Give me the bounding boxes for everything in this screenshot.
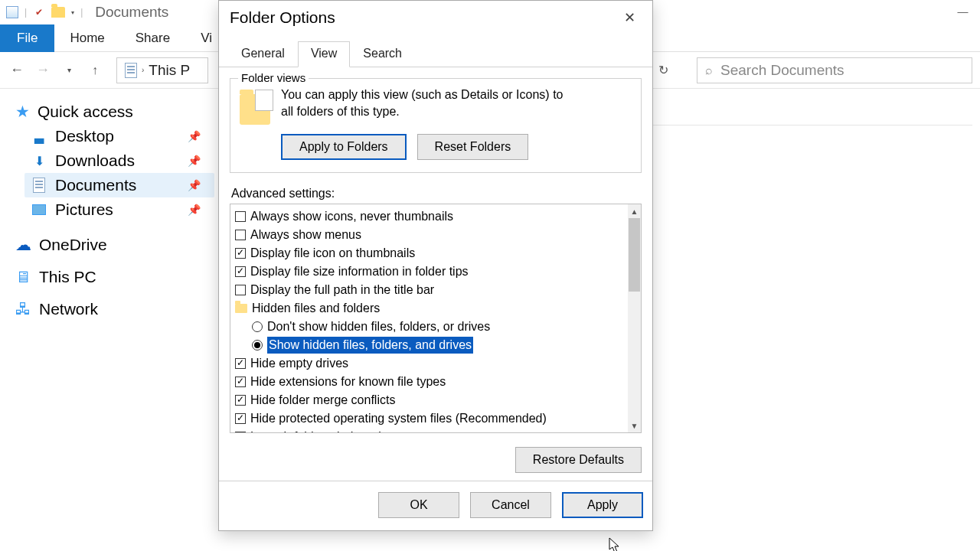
option-hidden-group: Hidden files and folders (232, 299, 641, 318)
option-always-icons[interactable]: Always show icons, never thumbnails (232, 207, 641, 226)
radio-icon[interactable] (252, 340, 263, 350)
close-button[interactable]: ✕ (618, 6, 642, 29)
option-hidden-show[interactable]: Show hidden files, folders, and drives (232, 336, 641, 354)
advanced-settings-list[interactable]: Always show icons, never thumbnails Alwa… (230, 204, 642, 433)
breadcrumb-icon (125, 63, 137, 78)
folder-views-description: You can apply this view (such as Details… (281, 86, 564, 119)
qat-dropdown-icon[interactable]: ▾ (71, 9, 74, 16)
scroll-down-icon[interactable]: ▼ (628, 419, 641, 432)
checkbox-icon[interactable] (235, 230, 246, 240)
search-icon: ⌕ (705, 64, 713, 77)
qat-check-icon[interactable]: ✔ (33, 6, 45, 18)
dialog-title: Folder Options (230, 8, 335, 27)
group-legend: Folder views (238, 71, 309, 84)
option-file-size-tips[interactable]: Display file size information in folder … (232, 262, 641, 281)
network-icon: 🖧 (15, 300, 31, 318)
radio-icon[interactable] (252, 321, 263, 332)
ribbon-tab-share[interactable]: Share (120, 24, 185, 52)
advanced-settings-label: Advanced settings: (231, 187, 642, 201)
refresh-button[interactable]: ↻ (652, 60, 674, 81)
cloud-icon: ☁ (15, 236, 31, 254)
scroll-up-icon[interactable]: ▲ (628, 204, 641, 218)
option-file-icon-thumb[interactable]: Display file icon on thumbnails (232, 244, 641, 262)
checkbox-icon[interactable] (235, 266, 246, 277)
checkbox-icon[interactable] (235, 377, 246, 387)
option-hide-empty[interactable]: Hide empty drives (232, 354, 641, 373)
dialog-tabs: General View Search (219, 41, 652, 67)
apply-to-folders-button[interactable]: Apply to Folders (281, 134, 407, 160)
apply-button[interactable]: Apply (562, 492, 643, 518)
checkbox-icon[interactable] (235, 358, 246, 369)
pin-icon: 📌 (188, 204, 201, 216)
documents-icon (31, 178, 47, 192)
checkbox-icon[interactable] (235, 285, 246, 295)
folder-thumb-icon (240, 94, 270, 125)
checkbox-icon[interactable] (235, 248, 246, 259)
checkbox-icon[interactable] (235, 395, 246, 406)
sidebar-item-desktop[interactable]: ▃ Desktop 📌 (24, 124, 214, 148)
sidebar: ★ Quick access ▃ Desktop 📌 ⬇ Downloads 📌… (0, 89, 214, 551)
tab-search[interactable]: Search (350, 41, 415, 67)
address-bar[interactable]: › This P (116, 57, 208, 83)
dialog-footer: OK Cancel Apply (219, 481, 652, 530)
sidebar-item-documents[interactable]: Documents 📌 (24, 173, 214, 197)
file-tab[interactable]: File (0, 24, 54, 52)
quick-access-heading[interactable]: ★ Quick access (9, 99, 214, 124)
desktop-icon: ▃ (31, 129, 47, 143)
window-title: Documents (95, 4, 168, 21)
option-hide-merge[interactable]: Hide folder merge conflicts (232, 391, 641, 409)
option-always-menus[interactable]: Always show menus (232, 226, 641, 244)
breadcrumb-text: This P (149, 62, 190, 79)
reset-folders-button[interactable]: Reset Folders (417, 134, 529, 160)
checkbox-icon[interactable] (235, 432, 246, 433)
option-launch-separate[interactable]: Launch folder windows in a separate proc… (232, 428, 641, 433)
tab-general[interactable]: General (228, 41, 298, 67)
folder-views-group: Folder views You can apply this view (su… (230, 78, 642, 173)
option-hide-ext[interactable]: Hide extensions for known file types (232, 373, 641, 391)
pin-icon: 📌 (188, 130, 201, 142)
cancel-button[interactable]: Cancel (470, 492, 551, 518)
pc-icon: 🖥 (15, 268, 31, 286)
sidebar-item-onedrive[interactable]: ☁ OneDrive (9, 233, 214, 257)
ok-button[interactable]: OK (378, 492, 459, 518)
pictures-icon (31, 203, 47, 217)
checkbox-icon[interactable] (235, 413, 246, 424)
dialog-titlebar: Folder Options ✕ (219, 1, 652, 34)
folder-icon (51, 7, 65, 18)
sidebar-item-thispc[interactable]: 🖥 This PC (9, 265, 214, 289)
sidebar-item-downloads[interactable]: ⬇ Downloads 📌 (24, 148, 214, 173)
star-icon: ★ (15, 103, 30, 121)
scroll-thumb[interactable] (629, 218, 640, 292)
folder-icon (235, 304, 247, 313)
up-button[interactable]: ↑ (86, 61, 104, 80)
ribbon-tab-home[interactable]: Home (54, 24, 119, 52)
download-icon: ⬇ (31, 154, 47, 168)
sidebar-item-pictures[interactable]: Pictures 📌 (24, 197, 214, 222)
app-icon (6, 6, 18, 18)
scrollbar[interactable]: ▲ ▼ (628, 204, 641, 432)
search-placeholder: Search Documents (720, 62, 844, 79)
forward-button[interactable]: → (34, 61, 52, 80)
minimize-button[interactable]: — (946, 0, 980, 23)
pin-icon: 📌 (188, 155, 201, 167)
option-hide-protected[interactable]: Hide protected operating system files (R… (232, 409, 641, 428)
back-button[interactable]: ← (8, 61, 26, 80)
option-full-path[interactable]: Display the full path in the title bar (232, 281, 641, 299)
option-hidden-dont-show[interactable]: Don't show hidden files, folders, or dri… (232, 318, 641, 336)
search-box[interactable]: ⌕ Search Documents (697, 57, 972, 83)
checkbox-icon[interactable] (235, 211, 246, 222)
pin-icon: 📌 (188, 179, 201, 191)
restore-defaults-button[interactable]: Restore Defaults (515, 447, 642, 473)
sidebar-item-network[interactable]: 🖧 Network (9, 297, 214, 321)
history-dropdown[interactable]: ▾ (60, 61, 78, 80)
folder-options-dialog: Folder Options ✕ General View Search Fol… (218, 0, 653, 531)
tab-view[interactable]: View (298, 41, 350, 67)
